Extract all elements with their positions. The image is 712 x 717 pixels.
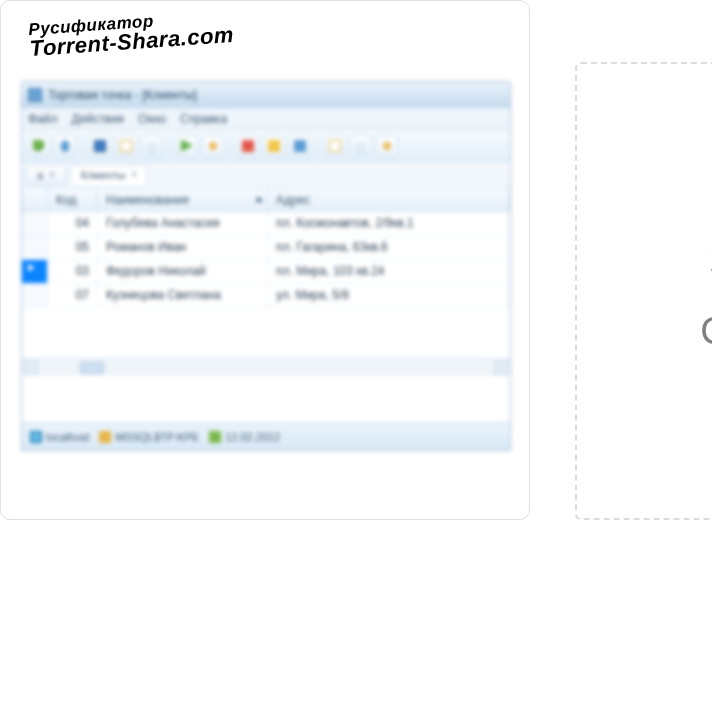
cell-address: пл. Космонавтов, 2/9кв.1 — [268, 212, 510, 235]
row-selector[interactable] — [22, 212, 48, 235]
cell-address: пл. Гагарина, 63кв.6 — [268, 236, 510, 259]
grid-empty-area — [22, 308, 510, 358]
status-db: MSSQL$TP:KPE — [99, 431, 199, 443]
globe-icon — [30, 431, 42, 443]
tool-extra-3[interactable] — [376, 135, 398, 157]
scroll-thumb[interactable] — [80, 362, 104, 374]
play-icon — [181, 140, 193, 152]
toolbar-separator — [230, 136, 231, 156]
document-icon — [120, 140, 132, 152]
grid-header-code[interactable]: Код — [48, 188, 98, 211]
menu-actions[interactable]: Действия — [72, 112, 125, 126]
grid-row[interactable]: 04 Голубева Анастасия пл. Космонавтов, 2… — [22, 212, 510, 236]
row-selector[interactable] — [22, 284, 48, 307]
tool-red[interactable] — [237, 135, 259, 157]
red-icon — [242, 140, 254, 152]
tool-gear[interactable] — [202, 135, 224, 157]
tab-close-icon[interactable]: × — [131, 169, 137, 180]
tab-label: Клиенты — [81, 169, 125, 181]
gear-icon — [381, 140, 393, 152]
grid-header-address[interactable]: Адрес — [268, 188, 510, 211]
status-host-text: localhost — [46, 431, 89, 443]
tab-clients[interactable]: Клиенты × — [70, 165, 148, 185]
status-bar: localhost MSSQL$TP:KPE 12.02.2012 — [22, 422, 510, 450]
titlebar: Торговая точка - [Клиенты] — [22, 82, 510, 108]
tool-play[interactable] — [176, 135, 198, 157]
tool-extra-1[interactable] — [324, 135, 346, 157]
cell-name: Федоров Николай — [98, 260, 268, 283]
scroll-right-icon[interactable] — [494, 361, 508, 375]
cell-address: пл. Мира, 103 кв.24 — [268, 260, 510, 283]
side-panel-bottom-text: СК — [700, 310, 712, 353]
grid-icon — [355, 140, 367, 152]
window-title: Торговая точка - [Клиенты] — [48, 88, 197, 102]
cell-address: ул. Мира, 5/8 — [268, 284, 510, 307]
app-screenshot: Торговая точка - [Клиенты] Файл Действия… — [21, 81, 511, 451]
tab-a[interactable]: а × — [26, 165, 66, 185]
tool-doc[interactable] — [115, 135, 137, 157]
grid-header-name-label: Наименование — [106, 193, 189, 207]
side-panel[interactable]: З СК — [575, 62, 712, 520]
home-icon — [59, 140, 71, 152]
cell-name: Кузнецова Светлана — [98, 284, 268, 307]
cell-code: 04 — [48, 212, 98, 235]
main-toolbar — [22, 130, 510, 162]
document-icon — [329, 140, 341, 152]
watermark-line1: Русификатор — [28, 6, 233, 40]
cell-name: Голубева Анастасия — [98, 212, 268, 235]
user-icon — [99, 431, 111, 443]
sort-asc-icon — [255, 196, 263, 202]
tool-table[interactable] — [141, 135, 163, 157]
refresh-icon — [33, 140, 45, 152]
tool-yellow[interactable] — [263, 135, 285, 157]
menu-help[interactable]: Справка — [180, 112, 227, 126]
grid-header-row: Код Наименование Адрес — [22, 188, 510, 212]
tool-extra-2[interactable] — [350, 135, 372, 157]
status-date: 12.02.2012 — [209, 431, 280, 443]
tool-save[interactable] — [89, 135, 111, 157]
status-host: localhost — [30, 431, 89, 443]
toolbar-separator — [169, 136, 170, 156]
menu-window[interactable]: Окно — [138, 112, 166, 126]
status-date-text: 12.02.2012 — [225, 431, 280, 443]
status-db-text: MSSQL$TP:KPE — [115, 431, 199, 443]
grid-row[interactable]: 07 Кузнецова Светлана ул. Мира, 5/8 — [22, 284, 510, 308]
screenshot-card: Русификатор Torrent-Shara.com Торговая т… — [0, 0, 530, 520]
tab-close-icon[interactable]: × — [49, 169, 55, 180]
gear-icon — [207, 140, 219, 152]
watermark-line2: Torrent-Shara.com — [29, 22, 235, 62]
watermark: Русификатор Torrent-Shara.com — [28, 6, 235, 62]
grid-row[interactable]: 05 Романов Иван пл. Гагарина, 63кв.6 — [22, 236, 510, 260]
save-icon — [94, 140, 106, 152]
tool-refresh[interactable] — [28, 135, 50, 157]
tool-home[interactable] — [54, 135, 76, 157]
grid-row-selected[interactable]: 03 Федоров Николай пл. Мира, 103 кв.24 — [22, 260, 510, 284]
row-selector[interactable] — [22, 260, 48, 283]
tab-label: а — [37, 169, 43, 181]
blue-icon — [294, 140, 306, 152]
cell-code: 03 — [48, 260, 98, 283]
scroll-left-icon[interactable] — [24, 361, 38, 375]
grid-header-name[interactable]: Наименование — [98, 188, 268, 211]
cell-name: Романов Иван — [98, 236, 268, 259]
cell-code: 05 — [48, 236, 98, 259]
data-grid[interactable]: Код Наименование Адрес 04 Голубева Анаст… — [22, 188, 510, 422]
row-selector[interactable] — [22, 236, 48, 259]
toolbar-separator — [317, 136, 318, 156]
yellow-icon — [268, 140, 280, 152]
table-icon — [146, 140, 158, 152]
cell-code: 07 — [48, 284, 98, 307]
menu-file[interactable]: Файл — [28, 112, 58, 126]
menubar: Файл Действия Окно Справка — [22, 108, 510, 130]
grid-header-selector[interactable] — [22, 188, 48, 211]
toolbar-separator — [82, 136, 83, 156]
horizontal-scrollbar[interactable] — [22, 358, 510, 376]
calendar-icon — [209, 431, 221, 443]
tool-blue[interactable] — [289, 135, 311, 157]
app-icon — [28, 88, 42, 102]
tab-strip: а × Клиенты × — [22, 162, 510, 188]
app-window: Торговая точка - [Клиенты] Файл Действия… — [21, 81, 511, 451]
